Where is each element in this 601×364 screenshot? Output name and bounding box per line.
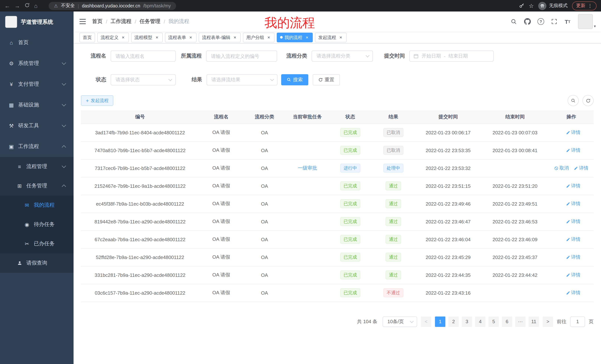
detail-link[interactable]: 详情	[566, 290, 580, 296]
page-number-button[interactable]: 5	[489, 316, 499, 327]
status-select[interactable]: 请选择状态	[111, 74, 176, 85]
close-icon[interactable]: ×	[305, 35, 310, 40]
sidebar-item-label: 支付管理	[18, 81, 39, 87]
page-number-button[interactable]: 6	[502, 316, 512, 327]
close-icon[interactable]: ×	[188, 35, 193, 40]
update-button[interactable]: 更新 ⋮	[572, 1, 597, 10]
cell-submit-time: 2022-01-22 23:53:32	[415, 159, 481, 177]
address-bar[interactable]: ⚠ 不安全 | dashboard.yudao.iocoder.cn/bpm/t…	[49, 2, 176, 10]
current-task-link[interactable]: 一级审批	[298, 165, 317, 171]
sidebar-item-label: 任务管理	[26, 182, 47, 189]
create-process-button[interactable]: + 发起流程	[81, 95, 113, 106]
result-badge: 通过	[386, 199, 401, 208]
next-page-button[interactable]: >	[543, 316, 553, 327]
search-button[interactable]: 搜索	[281, 74, 308, 85]
detail-link[interactable]: 详情	[566, 129, 580, 136]
cancel-link[interactable]: 取消	[554, 165, 569, 171]
fontsize-icon[interactable]: TT	[562, 14, 573, 29]
detail-link[interactable]: 详情	[566, 236, 580, 242]
tab[interactable]: 发起流程 ×	[315, 32, 347, 42]
fullscreen-icon[interactable]	[549, 14, 559, 29]
sidebar-item-process-mgmt[interactable]: ≡ 流程管理	[0, 157, 74, 176]
cell-submit-time: 2022-01-22 23:43:16	[415, 284, 481, 302]
logo[interactable]: 芋道管理系统	[0, 11, 74, 32]
tab-label: 我的流程	[285, 33, 302, 42]
question-icon[interactable]: ?	[536, 14, 546, 29]
star-icon[interactable]: ☆	[529, 0, 534, 11]
detail-link[interactable]: 详情	[574, 165, 588, 171]
date-range-picker[interactable]: 开始日期 - 结束日期	[409, 50, 494, 62]
sidebar-item-leave-query[interactable]: 请假查询	[0, 253, 74, 273]
tab[interactable]: 流程定义 ×	[97, 32, 129, 42]
page-number-button[interactable]: 11	[529, 316, 539, 327]
sidebar-item-my-process[interactable]: ✉ 我的流程	[0, 196, 74, 215]
table-header-row: 编号 流程名 流程分类 当前审批任务 状态 结果 提交时间 结束时间 操作	[81, 110, 594, 124]
page-number-button[interactable]: 1	[435, 316, 445, 327]
refresh-button[interactable]	[582, 95, 594, 106]
tab[interactable]: 首页 ×	[80, 32, 95, 42]
back-icon[interactable]: ←	[4, 0, 10, 11]
tab[interactable]: 流程模型 ×	[131, 32, 163, 42]
sidebar-item-devtools[interactable]: ⚒ 研发工具	[0, 115, 74, 136]
page-number-button[interactable]: 3	[462, 316, 472, 327]
sidebar-item-workflow[interactable]: ▣ 工作流程	[0, 136, 74, 157]
sidebar-item-payment[interactable]: ¥ 支付管理	[0, 74, 74, 95]
detail-link[interactable]: 详情	[566, 218, 580, 225]
sidebar-item-infrastructure[interactable]: ▦ 基础设施	[0, 95, 74, 115]
toggle-search-button[interactable]	[568, 95, 579, 106]
table-row: 67c2eaab-7b9a-11ec-a290-acde48001122 OA …	[81, 230, 594, 248]
category-select[interactable]: 请选择流程分类	[312, 50, 373, 62]
browser-menu-icon[interactable]: ⋮	[588, 3, 592, 9]
search-icon[interactable]	[509, 14, 519, 29]
key-icon[interactable]	[519, 3, 524, 9]
tab[interactable]: 流程表单-编辑 ×	[199, 32, 241, 42]
result-select[interactable]: 请选择流结果	[207, 74, 278, 85]
edit-icon	[566, 130, 570, 134]
process-definition-input[interactable]	[206, 50, 277, 62]
edit-icon	[566, 202, 570, 206]
breadcrumb-workflow[interactable]: 工作流程	[111, 18, 131, 25]
detail-link[interactable]: 详情	[566, 183, 580, 189]
page-size-select[interactable]: 10条/页	[383, 316, 417, 327]
close-icon[interactable]: ×	[266, 35, 271, 40]
home-icon[interactable]: ⌂	[34, 0, 38, 11]
hamburger-icon[interactable]	[74, 11, 92, 31]
detail-link[interactable]: 详情	[566, 272, 580, 278]
sidebar-item-system[interactable]: ⚙ 系统管理	[0, 53, 74, 74]
prev-page-button[interactable]: <	[421, 316, 431, 327]
avatar[interactable]	[578, 14, 593, 29]
detail-link[interactable]: 详情	[566, 201, 580, 207]
page-number-button[interactable]: ···	[515, 316, 526, 327]
page-number-button[interactable]: 2	[448, 316, 459, 327]
close-icon[interactable]: ×	[121, 35, 126, 40]
detail-link[interactable]: 详情	[566, 147, 580, 153]
sidebar-item-todo-tasks[interactable]: ◉ 待办任务	[0, 215, 74, 234]
sidebar-item-label: 已办任务	[34, 240, 55, 247]
close-icon[interactable]: ×	[338, 35, 343, 40]
goto-page-input[interactable]	[570, 316, 585, 327]
cell-category: OA	[243, 195, 286, 213]
sidebar-item-task-mgmt[interactable]: ⊞ 任务管理	[0, 176, 74, 196]
close-icon[interactable]: ×	[232, 35, 237, 40]
github-icon[interactable]	[522, 14, 533, 29]
breadcrumb-home[interactable]: 首页	[92, 18, 102, 25]
tab[interactable]: 流程表单 ×	[165, 32, 197, 42]
detail-link[interactable]: 详情	[566, 254, 580, 260]
sidebar-item-home[interactable]: ⌂ 首页	[0, 32, 74, 53]
cell-category: OA	[243, 230, 286, 248]
breadcrumb-task-mgmt[interactable]: 任务管理	[140, 18, 160, 25]
forward-icon[interactable]: →	[14, 0, 20, 11]
tab[interactable]: 用户分组 ×	[243, 32, 274, 42]
user-menu[interactable]: ▾	[578, 14, 596, 29]
cell-category: OA	[243, 248, 286, 266]
filter-result: 结果 请选择流结果	[176, 74, 278, 85]
close-icon[interactable]: ×	[155, 35, 159, 40]
tab[interactable]: 我的流程 ×	[277, 32, 313, 42]
process-name-input[interactable]	[111, 50, 176, 62]
incognito-icon	[538, 2, 546, 10]
sidebar-item-done-tasks[interactable]: ✂ 已办任务	[0, 234, 74, 253]
page-number-button[interactable]: 4	[475, 316, 485, 327]
cell-category: OA	[243, 159, 286, 177]
reload-icon[interactable]	[25, 0, 30, 11]
reset-button[interactable]: 重置	[313, 74, 340, 85]
